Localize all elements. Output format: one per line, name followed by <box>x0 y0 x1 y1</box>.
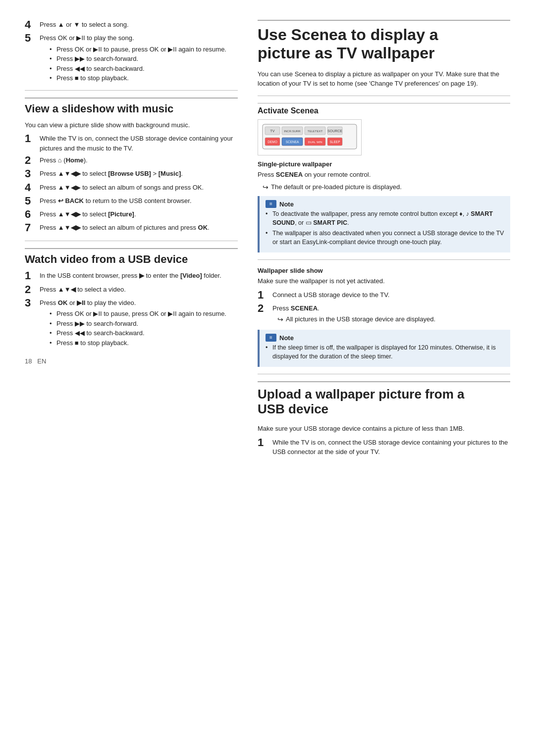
bullet-backward: Press ◀◀ to search-backward. <box>50 64 238 74</box>
vs-step-7: 7 Press ▲▼◀▶ to select an album of pictu… <box>25 223 238 234</box>
note-1-header: ≡ Note <box>266 200 504 208</box>
page-number: 18 <box>25 357 32 365</box>
note-2-header: ≡ Note <box>266 334 504 342</box>
ws-step-2-arrow: All pictures in the USB storage device a… <box>277 314 510 325</box>
vs-step-2-num: 2 <box>25 154 40 166</box>
vs-step-2-content: Press ⌂ (Home). <box>40 155 238 165</box>
watch-video-steps: 1 In the USB content browser, press ▶ to… <box>25 271 238 348</box>
page-footer: 18 EN <box>25 357 238 365</box>
view-slideshow-intro: You can view a picture slide show with b… <box>25 120 238 130</box>
ws-step-2-content: Press SCENEA. All pictures in the USB st… <box>272 303 510 325</box>
wv-bullet-pause: Press OK or ▶II to pause, press OK or ▶I… <box>50 309 238 319</box>
main-title: Use Scenea to display a picture as TV wa… <box>258 20 510 62</box>
page-layout: 4 Press ▲ or ▼ to select a song. 5 Press… <box>25 20 510 462</box>
ws-step-1-num: 1 <box>258 289 272 301</box>
left-column: 4 Press ▲ or ▼ to select a song. 5 Press… <box>25 20 238 462</box>
watch-video-heading: Watch video from a USB device <box>25 248 238 266</box>
home-label: Home <box>66 156 84 164</box>
home-icon-symbol: ⌂ <box>58 156 62 164</box>
vs-step-1-num: 1 <box>25 133 40 145</box>
bullet-pause: Press OK or ▶II to pause, press OK or ▶I… <box>50 45 238 54</box>
note-2-bullets: If the sleep timer is off, the wallpaper… <box>266 344 504 361</box>
wv-step-1: 1 In the USB content browser, press ▶ to… <box>25 271 238 282</box>
note-2-bullet-1: If the sleep timer is off, the wallpaper… <box>266 344 504 361</box>
wv-step-2-num: 2 <box>25 284 40 296</box>
right-column: Use Scenea to display a picture as TV wa… <box>258 20 510 462</box>
svg-text:DEMO: DEMO <box>268 140 277 144</box>
vs-step-5-content: Press ↩ BACK to return to the USB conten… <box>40 196 238 206</box>
svg-text:TV: TV <box>270 129 275 133</box>
upload-intro: Make sure your USB storage device contai… <box>258 424 510 434</box>
wallpaper-slide-steps: 1 Connect a USB storage device to the TV… <box>258 290 510 325</box>
view-slideshow-steps: 1 While the TV is on, connect the USB st… <box>25 134 238 234</box>
vs-step-4: 4 Press ▲▼◀▶ to select an album of songs… <box>25 183 238 194</box>
wv-bullet-forward: Press ▶▶ to search-forward. <box>50 319 238 329</box>
wallpaper-slide-heading: Wallpaper slide show <box>258 267 510 274</box>
svg-text:SCENEA: SCENEA <box>286 140 299 144</box>
vs-step-6-num: 6 <box>25 208 40 220</box>
wv-step-3-content: Press OK or ▶II to play the video. Press… <box>40 298 238 348</box>
vs-step-6-content: Press ▲▼◀▶ to select [Picture]. <box>40 209 238 219</box>
note-1-bullets: To deactivate the wallpaper, press any r… <box>266 210 504 247</box>
upload-steps: 1 While the TV is on, connect the USB st… <box>258 438 510 457</box>
single-picture-heading: Single-picture wallpaper <box>258 160 510 168</box>
wv-step-3: 3 Press OK or ▶II to play the video. Pre… <box>25 298 238 348</box>
note-box-1: ≡ Note To deactivate the wallpaper, pres… <box>258 196 510 252</box>
vs-step-4-num: 4 <box>25 182 40 194</box>
ws-step-1-content: Connect a USB storage device to the TV. <box>272 290 510 300</box>
divider-2 <box>25 241 238 241</box>
page-lang: EN <box>37 357 46 365</box>
note-box-2: ≡ Note If the sleep timer is off, the wa… <box>258 330 510 367</box>
ws-step-1: 1 Connect a USB storage device to the TV… <box>258 290 510 301</box>
single-picture-text: Press SCENEA on your remote control. <box>258 170 510 180</box>
bullet-forward: Press ▶▶ to search-forward. <box>50 54 238 64</box>
divider-4 <box>258 259 510 260</box>
vs-step-7-content: Press ▲▼◀▶ to select an album of picture… <box>40 223 238 233</box>
wv-step-1-num: 1 <box>25 270 40 282</box>
wv-step-3-num: 3 <box>25 297 40 309</box>
scenea-label-1: SCENEA <box>276 171 303 178</box>
step-5-item: 5 Press OK or ▶II to play the song. Pres… <box>25 33 238 83</box>
upload-step-1-num: 1 <box>258 437 272 449</box>
vs-step-4-content: Press ▲▼◀▶ to select an album of songs a… <box>40 183 238 193</box>
note-1-bullet-1: To deactivate the wallpaper, press any r… <box>266 210 504 227</box>
steps-4-5: 4 Press ▲ or ▼ to select a song. 5 Press… <box>25 20 238 83</box>
bullet-stop: Press ■ to stop playback. <box>50 73 238 83</box>
vs-step-3-num: 3 <box>25 168 40 180</box>
remote-image: TV INCR.SURR TELETEXT SOURCE DEMO SCENEA… <box>258 119 362 155</box>
step-4-num: 4 <box>25 19 40 31</box>
svg-text:INCR.SURR: INCR.SURR <box>284 130 301 133</box>
single-picture-arrow: The default or pre-loaded picture is dis… <box>263 183 510 191</box>
main-intro: You can use Scenea to display a picture … <box>258 69 510 89</box>
divider-5 <box>258 374 510 374</box>
wallpaper-slide-text: Make sure the wallpaper is not yet activ… <box>258 276 510 286</box>
view-slideshow-heading: View a slideshow with music <box>25 98 238 115</box>
svg-text:TELETEXT: TELETEXT <box>308 130 323 133</box>
vs-step-3: 3 Press ▲▼◀▶ to select [Browse USB] > [M… <box>25 169 238 180</box>
step-4-item: 4 Press ▲ or ▼ to select a song. <box>25 20 238 31</box>
upload-step-1: 1 While the TV is on, connect the USB st… <box>258 438 510 457</box>
vs-step-1: 1 While the TV is on, connect the USB st… <box>25 134 238 153</box>
activate-scenea-heading: Activate Scenea <box>258 103 510 115</box>
svg-text:SOURCE: SOURCE <box>327 129 342 133</box>
ws-step-2: 2 Press SCENEA. All pictures in the USB … <box>258 303 510 325</box>
step-5-bullets: Press OK or ▶II to pause, press OK or ▶I… <box>50 45 238 83</box>
svg-text:SLEEP: SLEEP <box>330 140 340 144</box>
note-1-bullet-2: The wallpaper is also deactivated when y… <box>266 229 504 247</box>
wv-step-2: 2 Press ▲▼◀ to select a video. <box>25 285 238 296</box>
ws-step-2-num: 2 <box>258 302 272 314</box>
upload-step-1-content: While the TV is on, connect the USB stor… <box>272 438 510 457</box>
step-4-content: Press ▲ or ▼ to select a song. <box>40 20 238 30</box>
svg-text:DUAL WIN: DUAL WIN <box>308 141 322 144</box>
step-5-num: 5 <box>25 32 40 44</box>
wv-step-1-content: In the USB content browser, press ▶ to e… <box>40 271 238 281</box>
vs-step-3-content: Press ▲▼◀▶ to select [Browse USB] > [Mus… <box>40 169 238 179</box>
wv-bullet-stop: Press ■ to stop playback. <box>50 338 238 348</box>
divider-3 <box>258 96 510 96</box>
wv-bullet-backward: Press ◀◀ to search-backward. <box>50 328 238 338</box>
vs-step-6: 6 Press ▲▼◀▶ to select [Picture]. <box>25 209 238 220</box>
upload-title: Upload a wallpaper picture from a USB de… <box>258 381 510 417</box>
vs-step-7-num: 7 <box>25 222 40 234</box>
note-icon-2: ≡ <box>266 334 276 342</box>
step-5-content: Press OK or ▶II to play the song. Press … <box>40 33 238 83</box>
